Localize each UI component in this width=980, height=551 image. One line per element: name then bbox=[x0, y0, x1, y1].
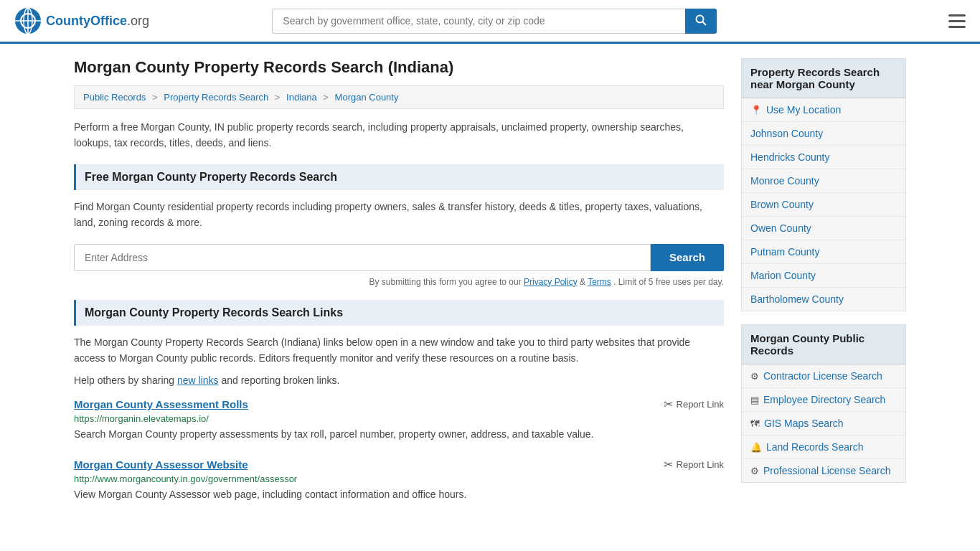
record-title[interactable]: Morgan County Assessor Website bbox=[74, 458, 248, 471]
nearby-item-link[interactable]: Putnam County bbox=[750, 246, 820, 258]
public-record-icon: 🔔 bbox=[750, 442, 762, 453]
public-record-link[interactable]: Contractor License Search bbox=[763, 370, 882, 382]
record-item: Morgan County Assessment Rolls ✂ Report … bbox=[74, 397, 724, 442]
public-record-sidebar-item[interactable]: 🗺GIS Maps Search bbox=[742, 412, 905, 435]
nearby-sidebar-item[interactable]: Bartholomew County bbox=[742, 288, 905, 311]
terms-link[interactable]: Terms bbox=[588, 277, 611, 287]
breadcrumb-sep-3: > bbox=[323, 92, 329, 103]
public-record-sidebar-item[interactable]: ▤Employee Directory Search bbox=[742, 388, 905, 412]
public-record-sidebar-item[interactable]: 🔔Land Records Search bbox=[742, 435, 905, 459]
free-search-description: Find Morgan County residential property … bbox=[74, 199, 724, 231]
content: Morgan County Property Records Search (I… bbox=[74, 58, 724, 518]
public-record-icon: ⚙ bbox=[750, 466, 759, 476]
public-records-container: ⚙Contractor License Search▤Employee Dire… bbox=[742, 364, 905, 482]
nearby-item-link[interactable]: Johnson County bbox=[750, 128, 823, 139]
nearby-items-container: 📍Use My LocationJohnson CountyHendricks … bbox=[742, 98, 905, 311]
links-heading: Morgan County Property Records Search Li… bbox=[74, 300, 724, 326]
breadcrumb-property-records[interactable]: Property Records Search bbox=[164, 92, 268, 103]
header-search-bar bbox=[272, 9, 717, 34]
location-icon: 📍 bbox=[750, 105, 762, 116]
nearby-sidebar-item[interactable]: Hendricks County bbox=[742, 146, 905, 169]
nearby-item-link[interactable]: Hendricks County bbox=[750, 151, 830, 163]
record-url: https://morganin.elevatemaps.io/ bbox=[74, 413, 724, 424]
svg-line-6 bbox=[703, 22, 707, 25]
nearby-sidebar-item[interactable]: Owen County bbox=[742, 217, 905, 240]
public-record-icon: 🗺 bbox=[750, 418, 760, 429]
nearby-item-link[interactable]: Bartholomew County bbox=[750, 293, 844, 305]
record-url: http://www.morgancounty.in.gov/governmen… bbox=[74, 474, 724, 484]
record-item: Morgan County Assessor Website ✂ Report … bbox=[74, 458, 724, 502]
record-title[interactable]: Morgan County Assessment Rolls bbox=[74, 398, 248, 410]
public-record-sidebar-item[interactable]: ⚙Contractor License Search bbox=[742, 364, 905, 388]
report-link-label: Report Link bbox=[677, 399, 724, 410]
sidebar: Property Records Search near Morgan Coun… bbox=[741, 58, 906, 518]
records-container: Morgan County Assessment Rolls ✂ Report … bbox=[74, 397, 724, 502]
record-description: Search Morgan County property assessment… bbox=[74, 427, 724, 442]
report-link-label: Report Link bbox=[677, 459, 724, 470]
breadcrumb-public-records[interactable]: Public Records bbox=[83, 92, 146, 103]
public-record-link[interactable]: Professional License Search bbox=[763, 465, 890, 476]
nearby-sidebar-item[interactable]: Johnson County bbox=[742, 122, 905, 146]
report-link-button[interactable]: ✂ Report Link bbox=[664, 397, 724, 411]
logo[interactable]: CountyOffice.org bbox=[14, 7, 149, 34]
header-search-input[interactable] bbox=[272, 9, 685, 34]
record-header: Morgan County Assessor Website ✂ Report … bbox=[74, 458, 724, 471]
page-title: Morgan County Property Records Search (I… bbox=[74, 58, 724, 77]
privacy-policy-link[interactable]: Privacy Policy bbox=[524, 277, 578, 287]
free-search-heading: Free Morgan County Property Records Sear… bbox=[74, 164, 724, 190]
menu-icon[interactable] bbox=[948, 14, 966, 28]
public-record-link[interactable]: GIS Maps Search bbox=[764, 418, 844, 429]
logo-text: CountyOffice.org bbox=[46, 14, 149, 29]
public-records-title: Morgan County Public Records bbox=[742, 325, 905, 364]
svg-point-5 bbox=[697, 15, 704, 22]
report-link-icon: ✂ bbox=[664, 397, 673, 411]
nearby-item-link[interactable]: Use My Location bbox=[766, 104, 841, 116]
form-disclaimer: By submitting this form you agree to our… bbox=[74, 277, 724, 287]
nearby-sidebar-item[interactable]: Brown County bbox=[742, 193, 905, 217]
breadcrumb-indiana[interactable]: Indiana bbox=[286, 92, 317, 103]
links-description: The Morgan County Property Records Searc… bbox=[74, 334, 724, 367]
nearby-sidebar-item[interactable]: Monroe County bbox=[742, 169, 905, 193]
logo-icon bbox=[14, 7, 42, 34]
nearby-item-link[interactable]: Owen County bbox=[750, 222, 811, 234]
public-record-icon: ⚙ bbox=[750, 371, 759, 382]
public-record-link[interactable]: Land Records Search bbox=[766, 441, 863, 453]
nearby-sidebar-item[interactable]: Marion County bbox=[742, 264, 905, 288]
nearby-section: Property Records Search near Morgan Coun… bbox=[741, 58, 906, 311]
breadcrumb-sep-1: > bbox=[152, 92, 158, 103]
nearby-section-title: Property Records Search near Morgan Coun… bbox=[742, 59, 905, 98]
public-record-icon: ▤ bbox=[750, 395, 759, 405]
nearby-sidebar-item[interactable]: Putnam County bbox=[742, 240, 905, 264]
record-header: Morgan County Assessment Rolls ✂ Report … bbox=[74, 397, 724, 411]
nearby-item-link[interactable]: Brown County bbox=[750, 199, 814, 210]
nearby-sidebar-item[interactable]: 📍Use My Location bbox=[742, 98, 905, 122]
report-link-icon: ✂ bbox=[664, 458, 673, 471]
page-description: Perform a free Morgan County, IN public … bbox=[74, 119, 724, 151]
new-links-link[interactable]: new links bbox=[177, 375, 219, 386]
main-container: Morgan County Property Records Search (I… bbox=[60, 44, 920, 532]
nearby-item-link[interactable]: Marion County bbox=[750, 270, 816, 281]
breadcrumb: Public Records > Property Records Search… bbox=[74, 85, 724, 109]
public-records-section: Morgan County Public Records ⚙Contractor… bbox=[741, 324, 906, 483]
record-description: View Morgan County Assessor web page, in… bbox=[74, 487, 724, 502]
address-input[interactable] bbox=[74, 244, 651, 271]
public-record-link[interactable]: Employee Directory Search bbox=[763, 394, 885, 405]
help-text: Help others by sharing new links and rep… bbox=[74, 375, 724, 386]
header-search-button[interactable] bbox=[685, 9, 717, 34]
breadcrumb-sep-2: > bbox=[275, 92, 281, 103]
breadcrumb-morgan-county[interactable]: Morgan County bbox=[335, 92, 399, 103]
search-button[interactable]: Search bbox=[651, 244, 724, 271]
public-record-sidebar-item[interactable]: ⚙Professional License Search bbox=[742, 459, 905, 482]
report-link-button[interactable]: ✂ Report Link bbox=[664, 458, 724, 471]
property-search-form: Search bbox=[74, 244, 724, 271]
header: CountyOffice.org bbox=[0, 0, 980, 44]
nearby-item-link[interactable]: Monroe County bbox=[750, 175, 819, 187]
